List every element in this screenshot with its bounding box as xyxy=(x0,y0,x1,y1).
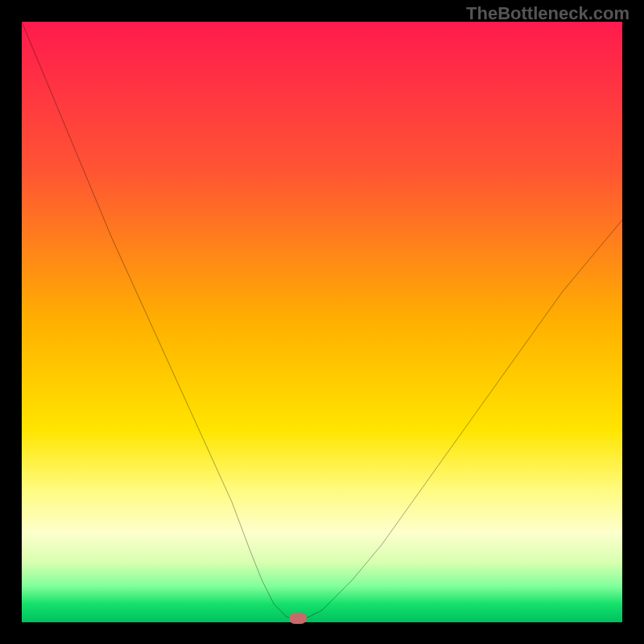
plot-area xyxy=(22,22,622,622)
optimal-point-marker xyxy=(289,613,307,624)
watermark-text: TheBottleneck.com xyxy=(466,3,630,24)
chart-container: TheBottleneck.com xyxy=(0,0,644,644)
bottleneck-curve xyxy=(22,22,622,622)
